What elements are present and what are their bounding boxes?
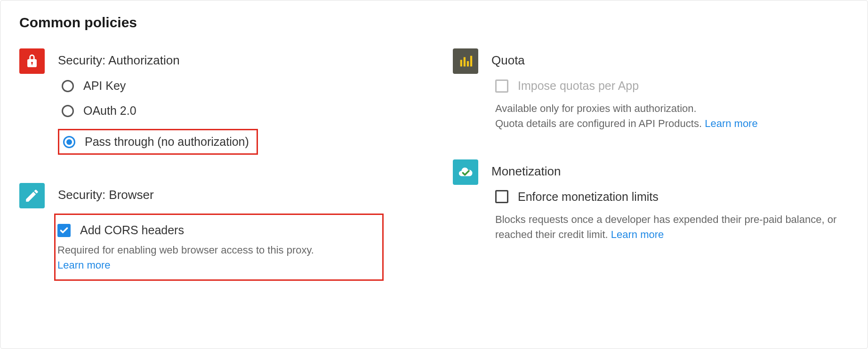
radio-label: Pass through (no authorization) [85,135,249,149]
right-column: Quota Impose quotas per App Available on… [453,48,849,309]
radio-oauth[interactable]: OAuth 2.0 [62,104,415,118]
policies-columns: Security: Authorization API Key OAuth 2.… [19,48,849,309]
helper-line1: Available only for proxies with authoriz… [495,103,697,114]
svg-rect-0 [460,60,462,66]
checkbox-label: Add CORS headers [80,223,184,237]
radio-label: API Key [83,79,126,93]
security-authorization-title: Security: Authorization [58,53,415,68]
radio-icon [62,80,74,92]
monetization-title: Monetization [491,164,849,179]
cors-highlight: Add CORS headers Required for enabling w… [54,214,415,281]
checkbox-label: Enforce monetization limits [518,190,659,204]
monetization-content: Monetization Enforce monetization limits… [491,159,849,242]
helper-line2: Quota details are configured in API Prod… [495,118,702,129]
radio-pass-through[interactable]: Pass through (no authorization) [63,135,249,149]
section-title: Common policies [19,15,849,31]
learn-more-link[interactable]: Learn more [611,229,664,240]
checkbox-icon [495,79,508,93]
lock-icon [19,48,45,74]
helper-text: Blocks requests once a developer has exp… [495,214,836,240]
monetization-block: Monetization Enforce monetization limits… [453,159,849,242]
radio-icon [62,105,74,117]
svg-rect-2 [467,61,469,66]
monetization-helper: Blocks requests once a developer has exp… [495,212,849,242]
pencil-icon [19,183,45,208]
learn-more-link[interactable]: Learn more [705,118,758,129]
security-browser-block: Security: Browser Add CORS headers Requi… [19,183,415,281]
learn-more-link[interactable]: Learn more [57,259,111,271]
bar-chart-icon [453,48,478,74]
left-column: Security: Authorization API Key OAuth 2.… [19,48,415,309]
svg-rect-1 [464,57,466,67]
checkbox-label: Impose quotas per App [518,79,639,93]
quota-helper: Available only for proxies with authoriz… [495,101,849,131]
highlight-box: Add CORS headers Required for enabling w… [54,214,384,281]
security-authorization-content: Security: Authorization API Key OAuth 2.… [58,48,415,155]
highlight-box: Pass through (no authorization) [58,129,258,155]
checkbox-enforce-monetization[interactable]: Enforce monetization limits [495,190,849,204]
radio-api-key[interactable]: API Key [62,79,415,93]
cors-helper: Required for enabling web browser access… [57,243,368,273]
checkbox-impose-quotas: Impose quotas per App [495,79,849,93]
security-browser-content: Security: Browser Add CORS headers Requi… [58,183,415,281]
monetization-options: Enforce monetization limits Blocks reque… [495,190,849,242]
cloud-check-icon [453,159,478,185]
svg-rect-3 [470,56,472,67]
helper-text: Required for enabling web browser access… [57,244,314,256]
radio-label: OAuth 2.0 [83,104,137,118]
radio-icon [63,136,75,148]
quota-block: Quota Impose quotas per App Available on… [453,48,849,131]
pass-through-highlight: Pass through (no authorization) [58,129,415,155]
quota-content: Quota Impose quotas per App Available on… [491,48,849,131]
checkbox-cors[interactable]: Add CORS headers [57,223,368,237]
security-browser-title: Security: Browser [58,188,415,202]
quota-options: Impose quotas per App Available only for… [495,79,849,131]
common-policies-panel: Common policies Security: Authorization … [0,0,868,349]
security-authorization-block: Security: Authorization API Key OAuth 2.… [19,48,415,155]
checkbox-icon [57,224,71,237]
authorization-options: API Key OAuth 2.0 Pass through (no autho… [62,79,415,155]
checkbox-icon [495,190,508,203]
quota-title: Quota [491,53,849,68]
